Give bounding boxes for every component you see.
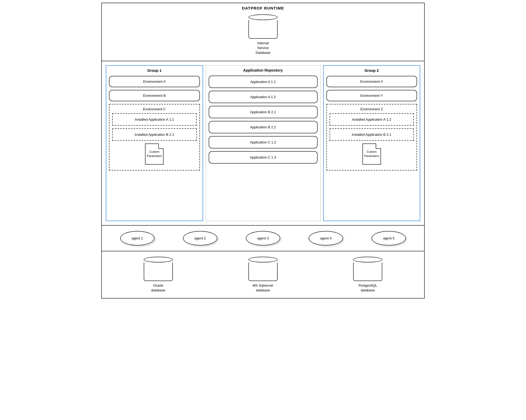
- internal-service-db: Internal Service Database: [248, 14, 278, 55]
- postgresql-cylinder-body: [353, 262, 382, 281]
- group2-box: Group 2 Environment X Environment Y Envi…: [323, 65, 420, 221]
- custom-params-right: CustomParameters: [362, 143, 381, 165]
- group1-title: Group 1: [109, 68, 200, 73]
- agent4: agent 4: [309, 231, 343, 246]
- group2-title: Group 2: [326, 68, 417, 73]
- agent5: agent 5: [371, 231, 406, 246]
- env-c-label: Environment C: [112, 107, 197, 111]
- postgresql-db: PostgreSQL database: [353, 257, 382, 293]
- custom-params-left: CustomParameters: [145, 143, 164, 165]
- mssql-cylinder-top: [248, 257, 278, 262]
- middle-section: Group 1 Environment A Environment B Envi…: [102, 61, 424, 226]
- env-a: Environment A: [109, 76, 200, 87]
- databases-section: Oracle database MS Sqlserver database Po…: [102, 251, 424, 298]
- agent1: agent 1: [120, 231, 155, 246]
- internal-db-label: Internal Service Database: [248, 41, 278, 55]
- cylinder-body: [248, 20, 278, 39]
- app-a11: Application A 1.1: [209, 76, 318, 88]
- env-y: Environment Y: [326, 90, 417, 101]
- runtime-section: DATPROF RUNTIME Internal Service Databas…: [102, 3, 424, 61]
- env-b: Environment B: [109, 90, 200, 101]
- oracle-db: Oracle database: [144, 257, 173, 293]
- agent2: agent 2: [183, 231, 217, 246]
- group1-box: Group 1 Environment A Environment B Envi…: [106, 65, 203, 221]
- runtime-title: DATPROF RUNTIME: [107, 6, 419, 10]
- env-x: Environment X: [326, 76, 417, 87]
- agents-section: agent 1 agent 2 agent 3 agent 4 agent 5: [102, 226, 424, 251]
- installed-app-a12: Installed Application A 1.2: [330, 113, 414, 126]
- installed-app-b21-left: Installed Application B 2.1: [112, 128, 197, 141]
- oracle-label: Oracle database: [144, 283, 173, 293]
- env-c-container: Environment C Installed Application A 1.…: [109, 104, 200, 170]
- app-b22: Application B 2.2: [209, 121, 318, 133]
- mssql-cylinder-body: [248, 262, 278, 281]
- repo-box: Application Repostory Application A 1.1 …: [206, 65, 321, 221]
- app-c13: Application C 1.3: [209, 151, 318, 164]
- mssql-label: MS Sqlserver database: [248, 283, 278, 293]
- postgresql-label: PostgreSQL database: [353, 283, 382, 293]
- app-b21: Application B 2.1: [209, 106, 318, 118]
- cylinder-top: [248, 14, 278, 20]
- mssql-db: MS Sqlserver database: [248, 257, 278, 293]
- installed-app-b21-right: Installed Application B 2.1: [330, 128, 414, 141]
- oracle-cylinder-body: [144, 262, 173, 281]
- env-z-label: Environment Z: [330, 107, 414, 111]
- installed-app-a11: Installed Application A 1.1: [112, 113, 197, 126]
- repo-title: Application Repostory: [209, 68, 318, 72]
- env-z-container: Environment Z Installed Application A 1.…: [326, 104, 417, 170]
- app-c12: Application C 1.2: [209, 136, 318, 148]
- postgresql-cylinder-top: [353, 257, 382, 262]
- app-a12: Application A 1.2: [209, 91, 318, 103]
- agent3: agent 3: [246, 231, 280, 246]
- main-container: DATPROF RUNTIME Internal Service Databas…: [101, 3, 425, 299]
- oracle-cylinder-top: [144, 257, 173, 262]
